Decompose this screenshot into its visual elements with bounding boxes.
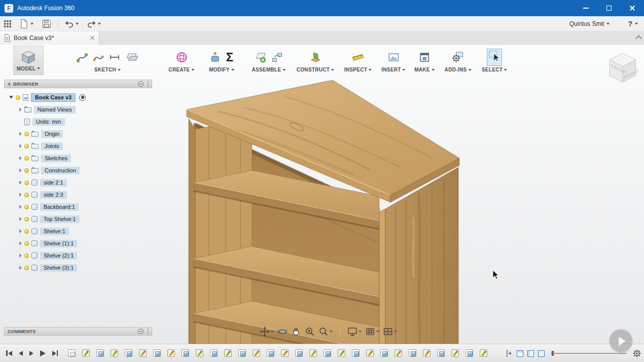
step-back-button[interactable] xyxy=(19,351,23,356)
visibility-bulb-icon[interactable] xyxy=(24,156,29,161)
expand-arrow-icon[interactable] xyxy=(19,217,22,221)
visibility-bulb-icon[interactable] xyxy=(16,95,20,100)
timeline-feature-icon[interactable] xyxy=(309,349,317,357)
expand-arrow-icon[interactable] xyxy=(9,96,13,99)
expand-arrow-icon[interactable] xyxy=(19,205,22,209)
browser-item[interactable]: Named Views xyxy=(4,103,152,116)
visibility-bulb-icon[interactable] xyxy=(24,229,29,234)
timeline-view-split-icon[interactable] xyxy=(527,350,534,357)
pan-button[interactable] xyxy=(260,327,274,337)
visibility-bulb-icon[interactable] xyxy=(24,144,29,149)
comments-minimize-icon[interactable] xyxy=(138,329,144,334)
timeline-feature-icon[interactable] xyxy=(182,349,189,357)
browser-item[interactable]: Top Shelve:1 xyxy=(4,213,152,225)
timeline-feature-icon[interactable] xyxy=(111,349,118,357)
browser-root-label[interactable]: Book Case v3 xyxy=(31,93,76,102)
3d-print-icon[interactable] xyxy=(419,52,430,63)
ribbon-group-assemble[interactable]: ASSEMBLE xyxy=(252,46,286,75)
timeline-feature-icon[interactable] xyxy=(167,349,175,357)
visibility-bulb-icon[interactable] xyxy=(24,180,29,185)
browser-item[interactable]: Shelve:1 xyxy=(4,225,152,237)
zoom-in-button[interactable] xyxy=(305,327,315,337)
create-form-icon[interactable] xyxy=(175,51,188,63)
browser-item[interactable]: side 2:1 xyxy=(4,176,152,189)
browser-item-label[interactable]: Named Views xyxy=(34,106,76,114)
tab-close-icon[interactable] xyxy=(90,35,95,41)
browser-item-label[interactable]: Shelve (1):1 xyxy=(40,240,77,247)
canvas-image-icon[interactable] xyxy=(388,52,399,63)
timeline-feature-icon[interactable] xyxy=(437,349,445,357)
browser-root-item[interactable]: Book Case v3 xyxy=(4,91,152,103)
browser-item[interactable]: Shelve (3):1 xyxy=(4,262,152,274)
redo-button[interactable] xyxy=(83,16,105,31)
save-button[interactable] xyxy=(38,16,56,31)
browser-item[interactable]: Joints xyxy=(4,140,152,152)
expand-arrow-icon[interactable] xyxy=(19,241,22,245)
measure-icon[interactable] xyxy=(352,52,364,63)
view-cube[interactable]: FRONT RIGHT xyxy=(602,47,643,87)
user-menu-caret-icon[interactable] xyxy=(606,23,610,25)
expand-arrow-icon[interactable] xyxy=(19,168,22,172)
timeline-feature-icon[interactable] xyxy=(338,349,345,357)
timeline-feature-icon[interactable] xyxy=(82,349,90,357)
timeline-zoom-slider[interactable] xyxy=(551,353,627,354)
timeline-feature-icon[interactable] xyxy=(96,349,104,357)
timeline-feature-icon[interactable] xyxy=(267,349,274,357)
timeline-feature-icon[interactable] xyxy=(409,349,416,357)
timeline-feature-icon[interactable] xyxy=(153,349,161,357)
ribbon-group-select[interactable]: SELECT xyxy=(482,46,507,75)
browser-panel-header[interactable]: BROWSER xyxy=(4,80,152,88)
ribbon-group-insert[interactable]: INSERT xyxy=(381,46,405,75)
timeline-feature-icon[interactable] xyxy=(324,349,331,357)
timeline-feature-icon[interactable] xyxy=(253,349,260,357)
help-button[interactable]: ? xyxy=(628,20,632,28)
timeline-feature-icon[interactable] xyxy=(125,349,132,357)
browser-item[interactable]: Construction xyxy=(4,164,152,176)
browser-grip-icon[interactable] xyxy=(147,81,149,87)
browser-item-label[interactable]: Joints xyxy=(41,142,63,150)
ribbon-group-modify[interactable]: Σ MODIFY xyxy=(209,46,234,75)
browser-item-label[interactable]: Sketches xyxy=(41,155,71,162)
timeline-zoom-handle[interactable] xyxy=(552,351,554,356)
expand-arrow-icon[interactable] xyxy=(19,144,22,148)
collapse-browser-icon[interactable] xyxy=(8,82,10,86)
browser-item[interactable]: Units: mm xyxy=(4,116,152,128)
select-tool-active-tile[interactable] xyxy=(487,49,502,66)
visibility-bulb-icon[interactable] xyxy=(24,205,29,209)
app-grid-button[interactable] xyxy=(0,16,15,31)
timeline-feature-icon[interactable] xyxy=(466,349,473,357)
ribbon-group-inspect[interactable]: INSPECT xyxy=(344,46,372,75)
go-to-beginning-button[interactable] xyxy=(6,350,12,356)
undo-button[interactable] xyxy=(60,16,83,31)
browser-item-label[interactable]: Construction xyxy=(41,167,80,174)
browser-item-label[interactable]: Shelve (2):1 xyxy=(40,252,77,260)
grid-snaps-button[interactable] xyxy=(365,327,379,337)
browser-item[interactable]: side 2:3 xyxy=(4,189,152,201)
browser-item[interactable]: Backboard:1 xyxy=(4,201,152,213)
sketch-plane-icon[interactable] xyxy=(125,52,138,63)
browser-item[interactable]: Origin xyxy=(4,128,152,140)
new-component-icon[interactable] xyxy=(255,52,267,63)
timeline-feature-icon[interactable] xyxy=(210,349,218,357)
minimize-button[interactable] xyxy=(574,0,597,16)
timeline-feature-icon[interactable] xyxy=(380,349,388,357)
display-settings-button[interactable] xyxy=(347,327,362,337)
timeline-feature-icon[interactable] xyxy=(238,349,246,357)
timeline-feature-icon[interactable] xyxy=(224,349,232,357)
timeline-feature-icon[interactable] xyxy=(352,349,360,357)
browser-item-label[interactable]: side 2:1 xyxy=(40,179,67,187)
joint-icon[interactable] xyxy=(272,52,283,63)
sketch-line-icon[interactable] xyxy=(109,52,120,63)
browser-item[interactable]: Shelve (2):1 xyxy=(4,249,152,262)
visibility-bulb-icon[interactable] xyxy=(24,241,29,246)
comments-grip-icon[interactable] xyxy=(147,329,149,334)
maximize-button[interactable] xyxy=(597,0,621,16)
timeline-feature-icon[interactable] xyxy=(281,349,289,357)
ribbon-group-addins[interactable]: ADD-INS xyxy=(445,46,472,75)
timeline-feature-icon[interactable] xyxy=(480,349,487,357)
visibility-bulb-icon[interactable] xyxy=(24,132,29,136)
help-caret-icon[interactable] xyxy=(635,23,638,25)
expand-arrow-icon[interactable] xyxy=(19,156,22,160)
browser-item-label[interactable]: side 2:3 xyxy=(40,191,67,199)
step-forward-button[interactable] xyxy=(29,351,33,356)
